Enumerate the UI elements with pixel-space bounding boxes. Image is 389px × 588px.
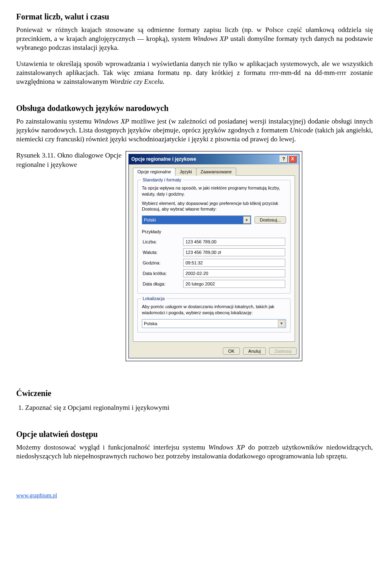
text-italic: Unicode <box>290 126 313 134</box>
exercise-list: Zapoznać się z Opcjami regionalnymi i ję… <box>25 402 373 413</box>
chevron-down-icon: ▾ <box>278 320 285 327</box>
text: Po zainstalowaniu systemu <box>16 117 94 125</box>
text-italic: Windows XP <box>193 35 228 43</box>
paragraph: Ustawienia te określają sposób wprowadza… <box>16 60 373 86</box>
heading-languages: Obsługa dodatkowych języków narodowych <box>16 104 373 113</box>
value-short-date: 2002-02-20 <box>183 269 285 277</box>
value-number: 123 456 789,00 <box>183 238 285 246</box>
paragraph: Możemy dostosować wygląd i funkcjonalnoś… <box>16 443 373 461</box>
label-time: Godzina: <box>142 258 182 268</box>
dialog-titlebar[interactable]: Opcje regionalne i językowe ? X <box>129 154 299 164</box>
regional-options-dialog: Opcje regionalne i językowe ? X Opcje re… <box>128 154 299 358</box>
close-icon[interactable]: X <box>289 156 297 163</box>
group-desc: Aby pomóc usługom w dostarczaniu informa… <box>142 304 286 316</box>
language-dropdown[interactable]: Polski ▾ <box>142 215 251 224</box>
paragraph: Ponieważ w różnych krajach stosowane są … <box>16 26 373 52</box>
group-standards: Standardy i formaty Ta opcja wpływa na s… <box>137 180 291 294</box>
group-desc: Wybierz element, aby dopasować jego pref… <box>142 200 286 213</box>
tab-regional[interactable]: Opcje regionalne <box>133 168 175 176</box>
tab-advanced[interactable]: Zaawansowane <box>196 168 236 176</box>
footer-link[interactable]: www.graphium.pl <box>16 492 57 499</box>
group-desc: Ta opcja wpływa na sposób, w jaki niektó… <box>142 185 286 197</box>
group-title: Standardy i formaty <box>141 177 183 182</box>
tab-panel-regional: Standardy i formaty Ta opcja wpływa na s… <box>133 175 295 342</box>
text: Możemy dostosować wygląd i funkcjonalnoś… <box>16 443 208 451</box>
figure-caption: Rysunek 3.11. Okno dialogowe Opcje regio… <box>16 151 126 170</box>
table-row: Data krótka: 2002-02-20 <box>142 268 286 279</box>
heading-formats: Format liczb, walut i czasu <box>16 12 373 21</box>
chevron-down-icon: ▾ <box>243 216 250 224</box>
value-time: 09:51:32 <box>183 259 285 267</box>
customize-button[interactable]: Dostosuj... <box>254 216 286 224</box>
label-long-date: Data długa: <box>142 279 182 289</box>
text-italic: Windows XP <box>94 117 129 125</box>
paragraph: Po zainstalowaniu systemu Windows XP moż… <box>16 117 373 144</box>
text: Ustawienia te określają sposób wprowadza… <box>16 60 373 85</box>
dropdown-value: Polska <box>144 321 157 326</box>
cancel-button[interactable]: Anuluj <box>243 347 266 355</box>
table-row: Waluta: 123 456 789,00 zł <box>142 247 286 258</box>
text-italic: Wordzie czy Excelu. <box>110 78 165 85</box>
location-dropdown[interactable]: Polska ▾ <box>142 319 286 328</box>
group-location: Lokalizacja Aby pomóc usługom w dostarcz… <box>137 298 291 332</box>
group-title: Lokalizacja <box>141 296 166 301</box>
ok-button[interactable]: OK <box>223 347 240 355</box>
apply-button[interactable]: Zastosuj <box>269 347 297 355</box>
value-currency: 123 456 789,00 zł <box>183 248 285 256</box>
dialog-buttons: OK Anuluj Zastosuj <box>129 344 299 358</box>
table-row: Godzina: 09:51:32 <box>142 258 286 268</box>
help-icon[interactable]: ? <box>280 156 288 163</box>
table-row: Liczba: 123 456 789,00 <box>142 236 286 247</box>
value-long-date: 20 lutego 2002 <box>183 280 285 288</box>
dialog-title: Opcje regionalne i językowe <box>131 156 280 162</box>
label-short-date: Data krótka: <box>142 268 182 279</box>
label-currency: Waluta: <box>142 247 182 258</box>
examples-label: Przykłady <box>142 229 286 234</box>
heading-exercise: Ćwiczenie <box>16 389 373 398</box>
dropdown-value: Polski <box>144 217 156 222</box>
tabs: Opcje regionalne Języki Zaawansowane <box>133 168 295 176</box>
list-item: Zapoznać się z Opcjami regionalnymi i ję… <box>25 402 373 413</box>
text-italic: Windows XP <box>208 443 245 451</box>
label-number: Liczba: <box>142 236 182 247</box>
table-row: Data długa: 20 lutego 2002 <box>142 279 286 289</box>
dialog-container: Opcje regionalne i językowe ? X Opcje re… <box>126 151 302 361</box>
examples-table: Liczba: 123 456 789,00 Waluta: 123 456 7… <box>142 236 286 289</box>
tab-languages[interactable]: Języki <box>175 168 197 176</box>
heading-accessibility: Opcje ułatwień dostępu <box>16 430 373 439</box>
